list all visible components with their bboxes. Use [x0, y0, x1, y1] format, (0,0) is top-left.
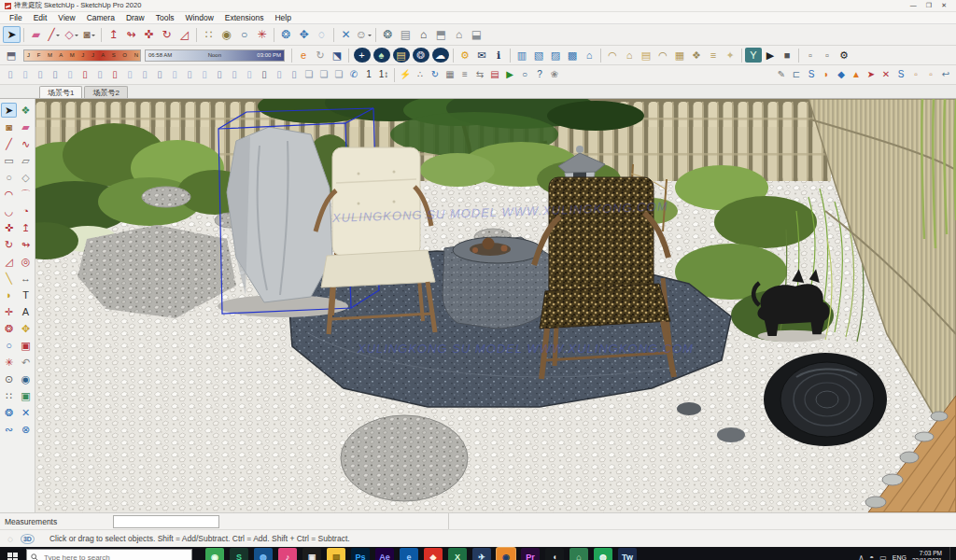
zoom-previous-tool[interactable]: ↶	[18, 355, 34, 370]
taskbar-app-red[interactable]: ◆	[424, 548, 443, 560]
section-plane-tool[interactable]: ▣	[18, 388, 34, 403]
model-viewport[interactable]: XULINGKONG SU MODEL WWW.XULINGKONG.COM X…	[35, 99, 956, 512]
component-door-icon-2[interactable]: ▯	[18, 68, 33, 82]
offset-tool[interactable]: ◎	[18, 254, 34, 269]
page-slant-icon-2[interactable]: ❏	[316, 68, 331, 82]
water-basin[interactable]	[764, 353, 887, 446]
component-door-icon-11[interactable]: ▯	[152, 68, 167, 82]
taskbar-excel[interactable]: X	[448, 548, 467, 560]
scene-tab-2[interactable]: 场景号2	[84, 86, 127, 98]
arc-tool[interactable]: ◠	[1, 187, 17, 202]
arch-plugin-icon-1[interactable]: ◠	[604, 48, 621, 63]
move-tool-button[interactable]: ✜	[140, 26, 158, 43]
zoom-extents-button[interactable]: ✳	[253, 26, 271, 43]
granite-boulder[interactable]	[341, 415, 468, 501]
taskbar-sketchup-active[interactable]: ◉	[497, 548, 515, 560]
rectangle-tool[interactable]: ▭	[1, 153, 17, 168]
pencil-plugin-icon[interactable]: ✎	[774, 68, 789, 82]
section-display-toggle[interactable]: ⊗	[18, 422, 34, 437]
orbit-tool[interactable]: ❂	[1, 321, 17, 336]
rotated-rectangle-tool[interactable]: ▱	[18, 153, 34, 168]
follow-me-button[interactable]: ↬	[122, 26, 140, 43]
look-around-tool[interactable]: ◉	[18, 371, 34, 386]
taskbar-app-dark-green[interactable]: S	[230, 548, 248, 560]
section-plane-button[interactable]: ✕	[337, 26, 355, 43]
make-component-tool[interactable]: ❖	[18, 103, 34, 118]
front-view-button[interactable]: ⌂	[415, 26, 432, 43]
component-door-icon-3[interactable]: ▯	[33, 68, 48, 82]
component-door-icon-10[interactable]: ▯	[137, 68, 152, 82]
3d-warehouse-icon[interactable]: 3D	[21, 534, 35, 544]
refresh-circle-icon[interactable]: ↻	[428, 68, 443, 82]
taskbar-app-camera[interactable]: ▣	[302, 548, 321, 560]
materials-button[interactable]: ▤	[393, 48, 410, 63]
info-button[interactable]: ℹ	[490, 48, 507, 63]
label-one-icon[interactable]: 1	[361, 68, 376, 82]
flower-icon[interactable]: ❀	[547, 68, 562, 82]
scale-tool-button[interactable]: ◿	[176, 26, 193, 43]
component-door-icon-19[interactable]: ▯	[272, 68, 287, 82]
shadow-date-slider[interactable]: J F M A M J J A S O N D	[23, 49, 141, 62]
s-curve-plugin-icon[interactable]: S	[804, 68, 819, 82]
page-slant-icon-1[interactable]: ❏	[302, 68, 316, 82]
circle-tool[interactable]: ○	[1, 170, 17, 185]
mail-button[interactable]: ✉	[473, 48, 490, 63]
component-door-icon-4[interactable]: ▯	[48, 68, 63, 82]
back-view-button[interactable]: ⌂	[450, 26, 468, 43]
taskbar-clock[interactable]: 7:03 PM 23/11/2021	[912, 550, 944, 560]
threed-text-tool[interactable]: A	[18, 304, 34, 319]
zoom-window-tool[interactable]: ▣	[18, 338, 34, 353]
frame-plugin-icon-1[interactable]: ▫	[908, 68, 923, 82]
scene-tab-1[interactable]: 场景号1	[39, 86, 82, 98]
taskbar-twinmotion[interactable]: Tw	[618, 548, 637, 560]
menu-item[interactable]: Window	[180, 13, 219, 22]
close-button[interactable]: ✕	[941, 0, 947, 11]
window-small-button-1[interactable]: ▫	[802, 48, 819, 63]
cloud-upload-button[interactable]: ☁	[432, 48, 449, 63]
arch-plugin-icon-5[interactable]: ▦	[671, 48, 688, 63]
gear-button[interactable]: ⚙	[836, 48, 852, 63]
pie-tool[interactable]: ◔	[18, 203, 34, 218]
orange-wedge-plugin-icon[interactable]: ▲	[849, 68, 864, 82]
menu-item[interactable]: Camera	[81, 13, 120, 22]
show-desktop-button[interactable]	[949, 547, 954, 560]
follow-me-tool[interactable]: ↬	[18, 237, 34, 252]
plugin-cards-button[interactable]: ⬔	[329, 48, 345, 63]
walk-tool-button[interactable]: ∷	[200, 26, 218, 43]
select-tool[interactable]: ➤	[1, 103, 17, 118]
blue-cube-plugin-icon[interactable]: ◆	[834, 68, 849, 82]
taskbar-premiere[interactable]: Pr	[521, 548, 540, 560]
taskbar-after-effects[interactable]: Ae	[375, 548, 394, 560]
orbit-tool-button[interactable]: ❂	[277, 26, 295, 43]
tape-measure-tool[interactable]: ╲	[1, 271, 17, 286]
menu-item[interactable]: Edit	[28, 13, 53, 22]
swap-icon[interactable]: ⇆	[472, 68, 487, 82]
component-door-icon-12[interactable]: ▯	[167, 68, 182, 82]
window-small-button-2[interactable]: ▫	[819, 48, 836, 63]
help-icon[interactable]: ?	[532, 68, 547, 82]
right-view-button[interactable]: ⬒	[432, 26, 450, 43]
component-door-icon-8[interactable]: ▯	[107, 68, 122, 82]
language-indicator[interactable]: ENG	[893, 554, 907, 560]
taskbar-browser[interactable]: ◍	[254, 548, 273, 560]
iso-view-button[interactable]: ❂	[379, 26, 397, 43]
menu-item[interactable]: File	[4, 13, 28, 22]
stop-animation-button[interactable]: ■	[779, 48, 795, 63]
component-door-icon-20[interactable]: ▯	[287, 68, 302, 82]
search-input[interactable]	[42, 553, 176, 560]
eraser-tool[interactable]: ▰	[18, 119, 34, 134]
grid-icon[interactable]: ▦	[443, 68, 457, 82]
scale-tool[interactable]: ◿	[1, 254, 17, 269]
left-view-button[interactable]: ⬓	[468, 26, 485, 43]
shape-tool-button[interactable]: ◇	[63, 26, 80, 43]
taskbar-app-plane[interactable]: ✈	[472, 548, 491, 560]
zoom-tool[interactable]: ○	[1, 338, 17, 353]
freehand-tool[interactable]: ∿	[18, 136, 34, 151]
green-run-icon[interactable]: ▶	[502, 68, 517, 82]
taskbar-search[interactable]	[26, 549, 192, 560]
arch-plugin-icon-3[interactable]: ▤	[638, 48, 654, 63]
component-door-icon-13[interactable]: ▯	[182, 68, 197, 82]
select-tool-button[interactable]: ➤	[3, 26, 21, 43]
component-door-icon-16[interactable]: ▯	[227, 68, 242, 82]
arch-plugin-icon-8[interactable]: ✦	[722, 48, 738, 63]
